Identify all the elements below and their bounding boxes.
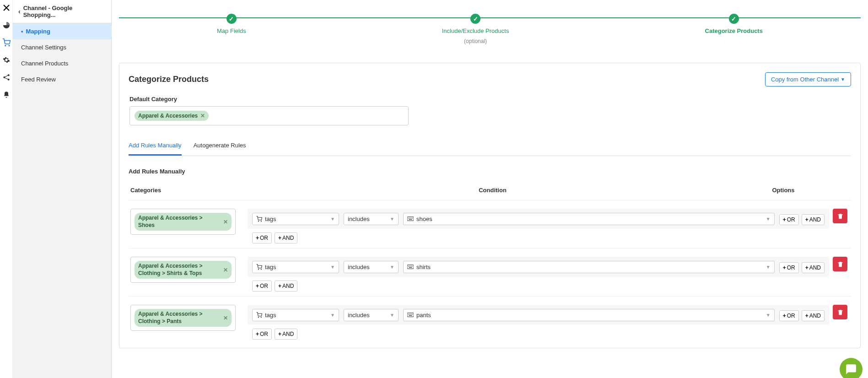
svg-rect-15 [407, 265, 414, 269]
sidebar-item-mapping[interactable]: Mapping [13, 23, 111, 39]
field-select[interactable]: tags▼ [252, 309, 339, 321]
help-fab[interactable] [840, 358, 863, 378]
chevron-down-icon: ▼ [390, 313, 394, 318]
step-include-exclude[interactable]: ✓ Include/Exclude Products (optional) [442, 14, 509, 44]
add-or-button[interactable]: + OR [779, 310, 799, 321]
svg-point-22 [261, 317, 261, 317]
chevron-down-icon: ▼ [390, 216, 394, 221]
field-select[interactable]: tags▼ [252, 213, 339, 225]
category-pill: Apparel & Accessories > Clothing > Pants… [135, 309, 232, 327]
icon-rail [0, 0, 13, 378]
step-categorize[interactable]: ✓ Categorize Products [705, 14, 763, 44]
operator-select[interactable]: includes▼ [344, 261, 399, 273]
svg-rect-20 [409, 267, 412, 268]
step-map-fields[interactable]: ✓ Map Fields [217, 14, 246, 44]
bell-icon[interactable] [2, 91, 11, 99]
operator-select[interactable]: includes▼ [344, 213, 399, 225]
sidebar-header[interactable]: ‹ Channel - Google Shopping... [13, 0, 111, 23]
gear-icon[interactable] [2, 56, 11, 64]
add-and-button[interactable]: + AND [802, 310, 825, 321]
cart-icon [256, 264, 262, 270]
add-or-button[interactable]: + OR [779, 262, 799, 273]
tab-autogenerate-rules[interactable]: Autogenerate Rules [194, 138, 246, 156]
rule-category-input[interactable]: Apparel & Accessories > Clothing > Pants… [130, 305, 236, 331]
field-select[interactable]: tags▼ [252, 261, 339, 273]
cart-icon [256, 216, 262, 222]
chevron-down-icon: ▼ [766, 313, 771, 318]
add-and-button[interactable]: + AND [802, 214, 825, 225]
rules-table: Categories Condition Options Apparel & A… [129, 183, 851, 344]
category-pill: Apparel & Accessories > Shoes ✕ [135, 213, 232, 231]
sidebar-item-feed-review[interactable]: Feed Review [13, 71, 111, 87]
delete-rule-button[interactable] [833, 257, 847, 271]
add-or-button[interactable]: + OR [252, 281, 272, 292]
delete-rule-button[interactable] [833, 305, 847, 319]
panel-title: Categorize Products [129, 75, 209, 84]
remove-pill-icon[interactable]: ✕ [223, 219, 228, 225]
svg-point-13 [258, 269, 259, 269]
svg-point-5 [258, 221, 259, 221]
chevron-left-icon[interactable]: ‹ [18, 8, 21, 15]
svg-rect-26 [411, 314, 411, 314]
add-and-button[interactable]: + AND [275, 329, 297, 340]
svg-rect-24 [408, 314, 409, 314]
value-select[interactable]: pants▼ [403, 309, 775, 321]
value-select[interactable]: shirts▼ [403, 261, 775, 273]
default-category-input[interactable]: Apparel & Accessories ✕ [129, 106, 409, 125]
rule-row: Apparel & Accessories > Shoes ✕ tags▼ in… [129, 200, 851, 248]
check-icon: ✓ [226, 14, 237, 24]
svg-point-0 [5, 45, 6, 46]
svg-point-1 [9, 45, 10, 46]
operator-select[interactable]: includes▼ [344, 309, 399, 321]
remove-pill-icon[interactable]: ✕ [223, 315, 228, 321]
rule-row: Apparel & Accessories > Clothing > Pants… [129, 297, 851, 344]
add-or-button[interactable]: + OR [779, 214, 799, 225]
chevron-down-icon: ▼ [330, 313, 335, 318]
keyboard-icon [407, 216, 414, 221]
remove-pill-icon[interactable]: ✕ [223, 267, 228, 273]
category-pill: Apparel & Accessories ✕ [135, 111, 209, 121]
sidebar-item-channel-settings[interactable]: Channel Settings [13, 39, 111, 55]
chevron-down-icon: ▼ [330, 216, 335, 221]
svg-point-6 [261, 221, 261, 221]
svg-rect-16 [408, 266, 409, 266]
svg-rect-9 [410, 218, 410, 218]
cart-icon [256, 312, 262, 318]
svg-point-14 [261, 269, 261, 269]
svg-rect-17 [410, 266, 410, 266]
default-category-label: Default Category [129, 96, 851, 103]
sidebar-item-channel-products[interactable]: Channel Products [13, 55, 111, 71]
add-and-button[interactable]: + AND [275, 232, 297, 243]
chevron-down-icon: ▼ [390, 265, 394, 270]
delete-rule-button[interactable] [833, 209, 847, 223]
category-pill: Apparel & Accessories > Clothing > Shirt… [135, 261, 232, 279]
svg-rect-28 [409, 315, 412, 316]
svg-rect-10 [411, 218, 411, 218]
add-and-button[interactable]: + AND [802, 262, 825, 273]
add-or-button[interactable]: + OR [252, 329, 272, 340]
chevron-down-icon: ▼ [766, 265, 771, 270]
chevron-down-icon: ▼ [330, 265, 335, 270]
svg-point-2 [3, 76, 5, 78]
add-and-button[interactable]: + AND [275, 281, 297, 292]
value-select[interactable]: shoes▼ [403, 213, 775, 225]
copy-from-channel-button[interactable]: Copy from Other Channel ▼ [765, 72, 851, 86]
svg-rect-25 [410, 314, 410, 314]
rules-heading: Add Rules Manually [129, 168, 851, 175]
rules-tabs: Add Rules Manually Autogenerate Rules [129, 138, 851, 156]
tab-add-rules-manually[interactable]: Add Rules Manually [129, 138, 182, 156]
close-icon[interactable] [2, 4, 11, 12]
add-or-button[interactable]: + OR [252, 232, 272, 243]
share-icon[interactable] [2, 73, 11, 81]
svg-point-21 [258, 317, 259, 317]
rule-category-input[interactable]: Apparel & Accessories > Clothing > Shirt… [130, 257, 236, 283]
main-content: ✓ Map Fields ✓ Include/Exclude Products … [112, 0, 868, 378]
categorize-panel: Categorize Products Copy from Other Chan… [119, 63, 861, 348]
chevron-down-icon: ▼ [766, 216, 771, 221]
remove-pill-icon[interactable]: ✕ [200, 113, 205, 119]
cart-icon[interactable] [2, 38, 11, 47]
svg-rect-12 [409, 219, 412, 220]
pie-chart-icon[interactable] [2, 21, 11, 29]
stepper: ✓ Map Fields ✓ Include/Exclude Products … [119, 0, 861, 49]
rule-category-input[interactable]: Apparel & Accessories > Shoes ✕ [130, 209, 236, 235]
